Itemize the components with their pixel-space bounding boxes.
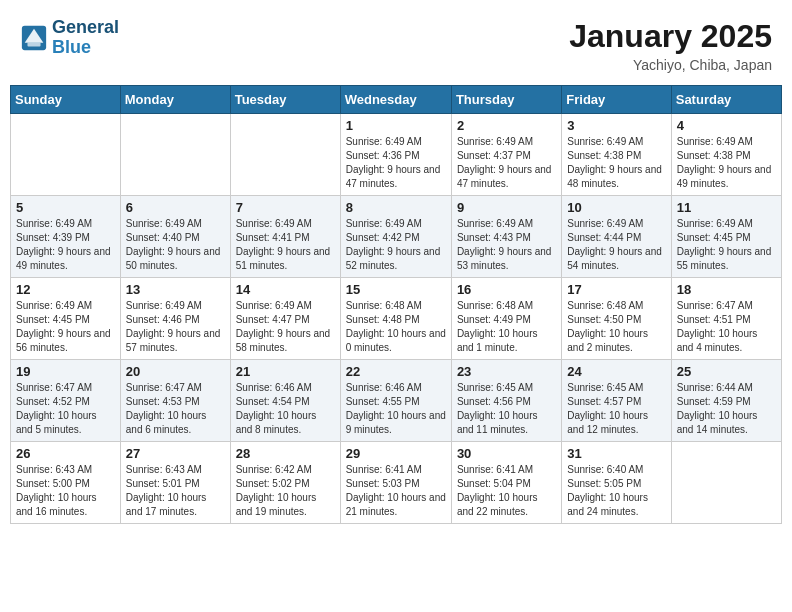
day-number: 23 xyxy=(457,364,556,379)
day-number: 4 xyxy=(677,118,776,133)
calendar-cell: 26Sunrise: 6:43 AM Sunset: 5:00 PM Dayli… xyxy=(11,442,121,524)
calendar-cell: 1Sunrise: 6:49 AM Sunset: 4:36 PM Daylig… xyxy=(340,114,451,196)
calendar-cell: 20Sunrise: 6:47 AM Sunset: 4:53 PM Dayli… xyxy=(120,360,230,442)
day-info: Sunrise: 6:40 AM Sunset: 5:05 PM Dayligh… xyxy=(567,463,665,519)
day-number: 12 xyxy=(16,282,115,297)
day-number: 1 xyxy=(346,118,446,133)
day-number: 17 xyxy=(567,282,665,297)
day-number: 30 xyxy=(457,446,556,461)
day-info: Sunrise: 6:42 AM Sunset: 5:02 PM Dayligh… xyxy=(236,463,335,519)
day-number: 21 xyxy=(236,364,335,379)
day-info: Sunrise: 6:44 AM Sunset: 4:59 PM Dayligh… xyxy=(677,381,776,437)
day-info: Sunrise: 6:49 AM Sunset: 4:41 PM Dayligh… xyxy=(236,217,335,273)
day-number: 6 xyxy=(126,200,225,215)
weekday-header: Friday xyxy=(562,86,671,114)
day-info: Sunrise: 6:47 AM Sunset: 4:53 PM Dayligh… xyxy=(126,381,225,437)
day-number: 20 xyxy=(126,364,225,379)
calendar-week-row: 26Sunrise: 6:43 AM Sunset: 5:00 PM Dayli… xyxy=(11,442,782,524)
calendar-cell: 19Sunrise: 6:47 AM Sunset: 4:52 PM Dayli… xyxy=(11,360,121,442)
weekday-header: Saturday xyxy=(671,86,781,114)
day-info: Sunrise: 6:49 AM Sunset: 4:36 PM Dayligh… xyxy=(346,135,446,191)
day-number: 29 xyxy=(346,446,446,461)
calendar-cell: 5Sunrise: 6:49 AM Sunset: 4:39 PM Daylig… xyxy=(11,196,121,278)
calendar-cell xyxy=(230,114,340,196)
day-info: Sunrise: 6:49 AM Sunset: 4:44 PM Dayligh… xyxy=(567,217,665,273)
calendar-cell: 9Sunrise: 6:49 AM Sunset: 4:43 PM Daylig… xyxy=(451,196,561,278)
calendar-cell: 28Sunrise: 6:42 AM Sunset: 5:02 PM Dayli… xyxy=(230,442,340,524)
day-number: 9 xyxy=(457,200,556,215)
calendar-cell xyxy=(671,442,781,524)
calendar-week-row: 12Sunrise: 6:49 AM Sunset: 4:45 PM Dayli… xyxy=(11,278,782,360)
day-info: Sunrise: 6:49 AM Sunset: 4:46 PM Dayligh… xyxy=(126,299,225,355)
day-number: 24 xyxy=(567,364,665,379)
calendar-cell: 21Sunrise: 6:46 AM Sunset: 4:54 PM Dayli… xyxy=(230,360,340,442)
calendar-cell xyxy=(120,114,230,196)
day-info: Sunrise: 6:47 AM Sunset: 4:51 PM Dayligh… xyxy=(677,299,776,355)
calendar-cell: 16Sunrise: 6:48 AM Sunset: 4:49 PM Dayli… xyxy=(451,278,561,360)
weekday-header: Monday xyxy=(120,86,230,114)
calendar-week-row: 5Sunrise: 6:49 AM Sunset: 4:39 PM Daylig… xyxy=(11,196,782,278)
weekday-header: Wednesday xyxy=(340,86,451,114)
calendar-cell xyxy=(11,114,121,196)
day-number: 31 xyxy=(567,446,665,461)
day-info: Sunrise: 6:43 AM Sunset: 5:01 PM Dayligh… xyxy=(126,463,225,519)
day-info: Sunrise: 6:49 AM Sunset: 4:47 PM Dayligh… xyxy=(236,299,335,355)
day-info: Sunrise: 6:49 AM Sunset: 4:37 PM Dayligh… xyxy=(457,135,556,191)
day-number: 13 xyxy=(126,282,225,297)
calendar-week-row: 1Sunrise: 6:49 AM Sunset: 4:36 PM Daylig… xyxy=(11,114,782,196)
day-number: 11 xyxy=(677,200,776,215)
day-info: Sunrise: 6:47 AM Sunset: 4:52 PM Dayligh… xyxy=(16,381,115,437)
day-number: 15 xyxy=(346,282,446,297)
calendar-cell: 6Sunrise: 6:49 AM Sunset: 4:40 PM Daylig… xyxy=(120,196,230,278)
calendar-cell: 10Sunrise: 6:49 AM Sunset: 4:44 PM Dayli… xyxy=(562,196,671,278)
day-info: Sunrise: 6:49 AM Sunset: 4:38 PM Dayligh… xyxy=(567,135,665,191)
day-number: 18 xyxy=(677,282,776,297)
calendar-cell: 23Sunrise: 6:45 AM Sunset: 4:56 PM Dayli… xyxy=(451,360,561,442)
calendar-cell: 13Sunrise: 6:49 AM Sunset: 4:46 PM Dayli… xyxy=(120,278,230,360)
calendar-cell: 17Sunrise: 6:48 AM Sunset: 4:50 PM Dayli… xyxy=(562,278,671,360)
logo: General Blue xyxy=(20,18,119,58)
day-info: Sunrise: 6:48 AM Sunset: 4:48 PM Dayligh… xyxy=(346,299,446,355)
day-info: Sunrise: 6:49 AM Sunset: 4:43 PM Dayligh… xyxy=(457,217,556,273)
day-info: Sunrise: 6:46 AM Sunset: 4:54 PM Dayligh… xyxy=(236,381,335,437)
day-number: 7 xyxy=(236,200,335,215)
calendar-table: SundayMondayTuesdayWednesdayThursdayFrid… xyxy=(10,85,782,524)
day-number: 28 xyxy=(236,446,335,461)
day-number: 22 xyxy=(346,364,446,379)
day-info: Sunrise: 6:45 AM Sunset: 4:56 PM Dayligh… xyxy=(457,381,556,437)
day-info: Sunrise: 6:46 AM Sunset: 4:55 PM Dayligh… xyxy=(346,381,446,437)
calendar-cell: 30Sunrise: 6:41 AM Sunset: 5:04 PM Dayli… xyxy=(451,442,561,524)
day-info: Sunrise: 6:41 AM Sunset: 5:03 PM Dayligh… xyxy=(346,463,446,519)
weekday-header: Thursday xyxy=(451,86,561,114)
day-info: Sunrise: 6:49 AM Sunset: 4:40 PM Dayligh… xyxy=(126,217,225,273)
day-number: 19 xyxy=(16,364,115,379)
day-number: 27 xyxy=(126,446,225,461)
svg-rect-2 xyxy=(27,42,40,46)
day-number: 26 xyxy=(16,446,115,461)
day-number: 10 xyxy=(567,200,665,215)
logo-icon xyxy=(20,24,48,52)
month-title: January 2025 xyxy=(569,18,772,55)
calendar-cell: 18Sunrise: 6:47 AM Sunset: 4:51 PM Dayli… xyxy=(671,278,781,360)
calendar-cell: 27Sunrise: 6:43 AM Sunset: 5:01 PM Dayli… xyxy=(120,442,230,524)
day-info: Sunrise: 6:41 AM Sunset: 5:04 PM Dayligh… xyxy=(457,463,556,519)
calendar-cell: 29Sunrise: 6:41 AM Sunset: 5:03 PM Dayli… xyxy=(340,442,451,524)
calendar-cell: 25Sunrise: 6:44 AM Sunset: 4:59 PM Dayli… xyxy=(671,360,781,442)
calendar-cell: 31Sunrise: 6:40 AM Sunset: 5:05 PM Dayli… xyxy=(562,442,671,524)
calendar-cell: 14Sunrise: 6:49 AM Sunset: 4:47 PM Dayli… xyxy=(230,278,340,360)
calendar-cell: 7Sunrise: 6:49 AM Sunset: 4:41 PM Daylig… xyxy=(230,196,340,278)
day-number: 3 xyxy=(567,118,665,133)
calendar-cell: 12Sunrise: 6:49 AM Sunset: 4:45 PM Dayli… xyxy=(11,278,121,360)
calendar-cell: 22Sunrise: 6:46 AM Sunset: 4:55 PM Dayli… xyxy=(340,360,451,442)
calendar-cell: 3Sunrise: 6:49 AM Sunset: 4:38 PM Daylig… xyxy=(562,114,671,196)
day-info: Sunrise: 6:49 AM Sunset: 4:38 PM Dayligh… xyxy=(677,135,776,191)
day-number: 8 xyxy=(346,200,446,215)
day-number: 2 xyxy=(457,118,556,133)
weekday-header: Sunday xyxy=(11,86,121,114)
day-number: 5 xyxy=(16,200,115,215)
calendar-cell: 8Sunrise: 6:49 AM Sunset: 4:42 PM Daylig… xyxy=(340,196,451,278)
day-info: Sunrise: 6:49 AM Sunset: 4:39 PM Dayligh… xyxy=(16,217,115,273)
day-number: 14 xyxy=(236,282,335,297)
day-info: Sunrise: 6:45 AM Sunset: 4:57 PM Dayligh… xyxy=(567,381,665,437)
day-info: Sunrise: 6:43 AM Sunset: 5:00 PM Dayligh… xyxy=(16,463,115,519)
